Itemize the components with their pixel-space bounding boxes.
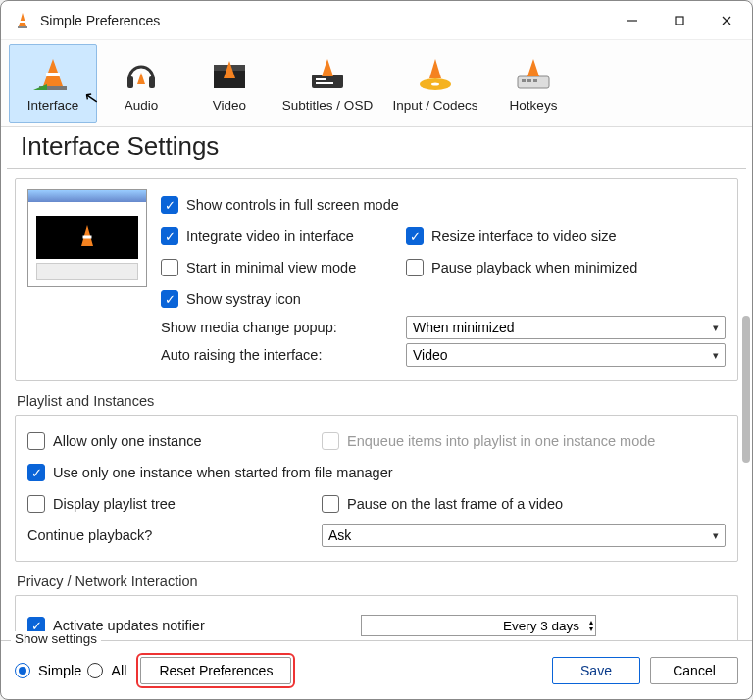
footer: Show settings Simple All Reset Preferenc… [1, 640, 752, 699]
radio-group-mode: Simple All [15, 663, 126, 678]
svg-marker-28 [527, 59, 539, 76]
label: Show controls in full screen mode [186, 197, 399, 213]
spin-update-days[interactable]: Every 3 days [361, 615, 596, 636]
tab-subtitles[interactable]: Subtitles / OSD [274, 44, 381, 123]
section-privacy: Privacy / Network Interaction [17, 574, 738, 589]
label-auto-raise: Auto raising the interface: [161, 347, 406, 363]
tab-label: Hotkeys [510, 98, 558, 113]
tab-label: Interface [27, 98, 79, 113]
label: Show systray icon [186, 291, 301, 307]
minimize-button[interactable] [611, 5, 654, 36]
cone-icon [33, 55, 73, 94]
reset-highlight: Reset Preferences [136, 653, 295, 688]
tab-label: Input / Codecs [392, 98, 477, 113]
label: Integrate video in interface [186, 228, 354, 244]
tab-label: Video [213, 98, 246, 113]
radio-all[interactable] [87, 663, 103, 678]
label-continue-playback: Continue playback? [27, 527, 322, 543]
label: Use only one instance when started from … [53, 465, 393, 480]
reset-preferences-button[interactable]: Reset Preferences [140, 657, 291, 684]
svg-rect-11 [127, 76, 133, 88]
privacy-panel: Activate updates notifier Every 3 days S… [15, 595, 738, 640]
checkbox-playlist-tree[interactable] [27, 495, 45, 513]
checkbox-minimal-view[interactable] [161, 259, 178, 276]
tab-audio[interactable]: Audio [97, 44, 185, 123]
show-settings-label: Show settings [11, 631, 101, 646]
tab-video[interactable]: Video [185, 44, 274, 123]
window-title: Simple Preferences [40, 13, 611, 28]
checkbox-systray[interactable] [161, 290, 178, 308]
svg-rect-18 [316, 78, 326, 80]
checkbox-resize-interface[interactable] [406, 227, 424, 245]
subtitles-icon [308, 55, 347, 94]
svg-rect-26 [527, 79, 531, 82]
checkbox-pause-minimized[interactable] [406, 259, 424, 276]
svg-rect-8 [46, 73, 60, 76]
tab-label: Audio [125, 98, 159, 113]
label: Allow only one instance [53, 433, 202, 449]
checkbox-file-manager-instance[interactable] [27, 464, 45, 481]
preferences-window: Simple Preferences Interface Audio Video… [0, 0, 753, 700]
svg-marker-20 [322, 59, 333, 76]
label: Pause on the last frame of a video [347, 496, 563, 512]
label-media-popup: Show media change popup: [161, 320, 406, 335]
keyboard-icon [514, 55, 553, 94]
tab-input[interactable]: Input / Codecs [381, 44, 489, 123]
svg-rect-2 [18, 26, 27, 28]
select-media-popup[interactable]: When minimized [406, 316, 726, 339]
svg-rect-19 [316, 82, 333, 84]
svg-rect-25 [522, 79, 526, 82]
titlebar: Simple Preferences [1, 1, 752, 40]
tab-interface[interactable]: Interface [9, 44, 97, 123]
select-continue-playback[interactable]: Ask [322, 524, 726, 547]
svg-marker-0 [19, 13, 26, 26]
checkbox-fullscreen-controls[interactable] [161, 196, 178, 214]
svg-marker-23 [429, 59, 441, 78]
svg-rect-12 [149, 76, 155, 88]
svg-rect-1 [20, 21, 25, 23]
label: Display playlist tree [53, 496, 176, 512]
svg-rect-27 [533, 79, 537, 82]
svg-marker-10 [33, 84, 47, 90]
select-auto-raise[interactable]: Video [406, 343, 726, 367]
window-controls [611, 5, 748, 36]
skin-preview [27, 189, 147, 287]
disc-icon [416, 55, 455, 94]
svg-rect-30 [83, 236, 92, 239]
look-feel-panel: Show controls in full screen mode Integr… [15, 178, 738, 381]
svg-rect-17 [312, 75, 343, 88]
playlist-panel: Allow only one instance Enqueue items in… [15, 415, 738, 562]
clapper-icon [210, 55, 249, 94]
tab-hotkeys[interactable]: Hotkeys [489, 44, 577, 123]
radio-simple[interactable] [15, 663, 30, 678]
label: Start in minimal view mode [186, 260, 356, 275]
cancel-button[interactable]: Cancel [650, 657, 738, 684]
settings-scroll-area[interactable]: Show controls in full screen mode Integr… [1, 169, 752, 640]
svg-marker-13 [137, 73, 145, 84]
section-playlist: Playlist and Instances [17, 393, 738, 409]
checkbox-enqueue [322, 432, 339, 450]
label: Resize interface to video size [431, 228, 617, 244]
svg-point-22 [431, 82, 439, 85]
page-title: Interface Settings [7, 127, 746, 169]
save-button[interactable]: Save [552, 657, 640, 684]
scrollbar[interactable] [742, 316, 750, 463]
category-toolbar: Interface Audio Video Subtitles / OSD In… [1, 40, 752, 127]
checkbox-one-instance[interactable] [27, 432, 45, 450]
label: Pause playback when minimized [431, 260, 637, 275]
app-icon [13, 11, 32, 30]
tab-label: Subtitles / OSD [282, 98, 373, 113]
svg-rect-4 [676, 17, 683, 25]
checkbox-integrate-video[interactable] [161, 227, 178, 245]
headphones-icon [122, 55, 161, 94]
checkbox-pause-last-frame[interactable] [322, 495, 339, 513]
label: Enqueue items into playlist in one insta… [347, 433, 655, 449]
close-button[interactable] [705, 5, 748, 36]
maximize-button[interactable] [658, 5, 701, 36]
